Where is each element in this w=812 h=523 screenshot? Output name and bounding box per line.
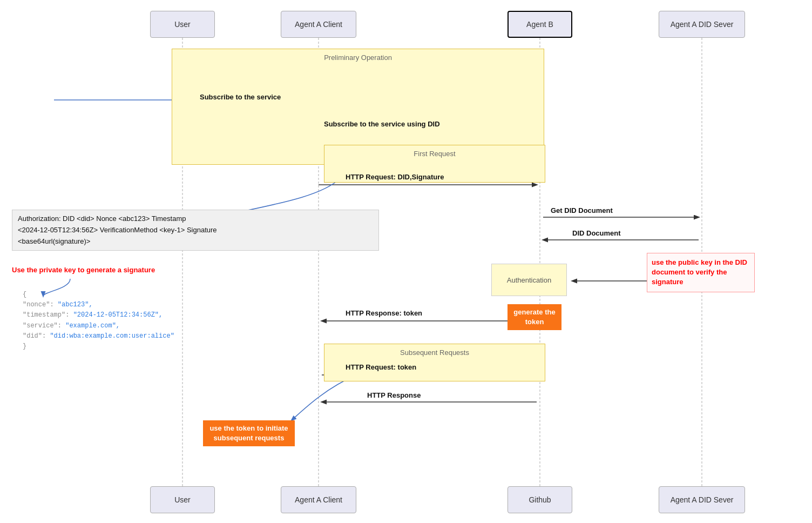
msg-subscribe-did: Subscribe to the service using DID [324,120,440,128]
diagram: User Agent A Client Agent B Agent A DID … [0,0,812,523]
actor-agentB-top: Agent B [508,11,572,38]
msg-subscribe: Subscribe to the service [200,93,281,101]
msg-http-request-token: HTTP Request: token [346,363,416,371]
code-line-0: { [23,290,174,300]
actor-user-bottom: User [150,486,215,513]
authentication-box: Authentication [491,264,567,296]
actor-agentA-bottom: Agent A Client [281,486,356,513]
actor-agentADID-bottom: Agent A DID Sever [659,486,745,513]
group-subsequent: Subsequent Requests [324,344,545,381]
actor-user-top: User [150,11,215,38]
group-subsequent-label: Subsequent Requests [324,348,545,357]
msg-http-response: HTTP Response [367,391,421,399]
group-preliminary-label: Preliminary Operation [172,53,544,62]
code-line-2: "timestamp": "2024-12-05T12:34:56Z", [23,310,174,320]
auth-header-annotation: Authorization: DID <did> Nonce <abc123> … [12,210,379,251]
msg-did-doc: DID Document [572,229,621,237]
group-first-label: First Request [324,150,545,158]
use-token-annotation: use the token to initiate subsequent req… [203,420,295,446]
private-key-label: Use the private key to generate a signat… [12,266,155,274]
auth-header-text: Authorization: DID <did> Nonce <abc123> … [18,214,217,245]
actor-agentA-top: Agent A Client [281,11,356,38]
code-line-5: } [23,341,174,352]
code-line-1: "nonce": "abc123", [23,300,174,310]
code-line-4: "did": "did:wba:example.com:user:alice" [23,331,174,341]
public-key-annotation: use the public key in the DID document t… [647,253,755,292]
msg-http-response-token: HTTP Response: token [346,309,422,317]
code-block: { "nonce": "abc123", "timestamp": "2024-… [23,290,174,352]
msg-http-request-did: HTTP Request: DID,Signature [346,173,444,181]
actor-agentADID-top: Agent A DID Sever [659,11,745,38]
code-line-3: "service": "example.com", [23,321,174,331]
actor-github-bottom: Github [508,486,572,513]
generate-token-annotation: generate the token [508,304,561,330]
msg-get-did: Get DID Document [551,206,613,214]
